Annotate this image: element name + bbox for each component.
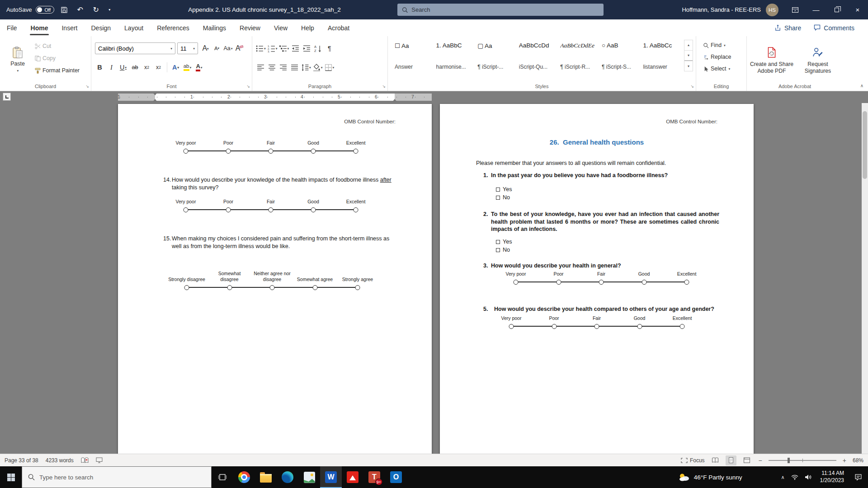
minimize-button[interactable]: — [806, 0, 826, 19]
paragraph-dialog-launcher-icon[interactable]: ↘ [382, 84, 386, 89]
outlook-app-button[interactable]: O [385, 466, 407, 488]
tray-expand-chevron-icon[interactable]: ∧ [781, 474, 785, 480]
style-item-harmonise[interactable]: 1. AaBbC harmonise... [433, 40, 475, 71]
save-button[interactable] [58, 3, 70, 17]
document-canvas[interactable]: OMB Control Number: Very poor Poor Fair … [0, 103, 868, 454]
text-highlight-button[interactable]: ab▾ [183, 62, 192, 73]
read-mode-button[interactable] [710, 455, 721, 465]
tab-review[interactable]: Review [233, 19, 267, 36]
teams-app-button[interactable]: T 9+ [363, 466, 385, 488]
font-size-select[interactable]: 11▾ [177, 42, 198, 54]
photos-app-button[interactable] [298, 466, 320, 488]
line-spacing-button[interactable]: ▾ [301, 62, 311, 73]
action-center-button[interactable] [849, 466, 868, 488]
restore-button[interactable] [826, 0, 847, 19]
share-button[interactable]: Share [770, 23, 806, 33]
style-item-answer[interactable]: ☐ Aa Answer [392, 40, 433, 71]
tab-stop-selector[interactable] [3, 93, 11, 101]
autosave-toggle[interactable]: Off [36, 6, 54, 14]
vertical-scrollbar[interactable] [862, 103, 868, 454]
taskbar-search-box[interactable] [22, 466, 212, 488]
font-name-select[interactable]: Calibri (Body)▾ [95, 42, 175, 54]
hanging-indent-marker[interactable] [153, 97, 157, 102]
tab-layout[interactable]: Layout [118, 19, 150, 36]
copy-button[interactable]: Copy [33, 54, 82, 63]
bullets-button[interactable]: ▾ [256, 43, 266, 54]
increase-indent-button[interactable] [302, 43, 311, 54]
undo-button[interactable]: ↶ [74, 3, 86, 17]
styles-dialog-launcher-icon[interactable]: ↘ [690, 84, 694, 89]
grow-font-button[interactable]: A▴ [201, 43, 210, 54]
align-left-button[interactable] [256, 62, 265, 73]
replace-button[interactable]: Replace [701, 52, 733, 61]
styles-scroll-down-icon[interactable]: ▾ [684, 51, 693, 61]
zoom-percentage[interactable]: 68% [853, 457, 863, 464]
zoom-in-button[interactable]: + [841, 457, 848, 464]
multilevel-list-button[interactable]: ▾ [279, 43, 289, 54]
comments-button[interactable]: Comments [809, 23, 859, 33]
clock-widget[interactable]: 11:14 AM 1/20/2023 [816, 470, 849, 484]
page-number-indicator[interactable]: Page 33 of 38 [5, 457, 38, 464]
cut-button[interactable]: Cut [33, 42, 82, 51]
word-count-indicator[interactable]: 4233 words [46, 457, 74, 464]
right-indent-marker[interactable] [392, 97, 397, 102]
sort-button[interactable]: AZ [313, 43, 323, 54]
text-effects-button[interactable]: A▾ [171, 62, 180, 73]
style-item-iscript-s[interactable]: ○ AaB ¶ iScript-S... [599, 40, 640, 71]
decrease-indent-button[interactable] [291, 43, 300, 54]
file-explorer-button[interactable] [255, 466, 277, 488]
start-button[interactable] [0, 466, 22, 488]
request-signatures-button[interactable]: Request Signatures [796, 40, 840, 81]
taskbar-search-input[interactable] [39, 474, 205, 481]
tab-mailings[interactable]: Mailings [196, 19, 233, 36]
edge-app-button[interactable] [277, 466, 298, 488]
zoom-out-button[interactable]: − [757, 457, 764, 464]
tab-help[interactable]: Help [294, 19, 321, 36]
close-button[interactable]: × [847, 0, 868, 19]
scrollbar-thumb[interactable] [863, 111, 867, 179]
search-box[interactable] [397, 4, 604, 16]
print-layout-button[interactable] [726, 455, 736, 465]
focus-mode-button[interactable]: Focus [681, 457, 705, 464]
task-view-button[interactable] [212, 466, 233, 488]
tab-file[interactable]: File [0, 19, 24, 36]
tab-view[interactable]: View [267, 19, 294, 36]
shrink-font-button[interactable]: A▾ [212, 43, 222, 54]
proofing-errors-button[interactable] [81, 457, 89, 464]
format-painter-button[interactable]: Format Painter [33, 66, 82, 75]
word-app-button[interactable]: W [320, 466, 342, 488]
redo-button[interactable]: ↻ [90, 3, 102, 17]
avatar[interactable]: HS [766, 4, 778, 16]
style-item-iscript-qu[interactable]: AaBbCcDd iScript-Qu... [516, 40, 557, 71]
clipboard-dialog-launcher-icon[interactable]: ↘ [85, 84, 89, 89]
tab-home[interactable]: Home [24, 19, 55, 36]
find-button[interactable]: Find▾ [701, 41, 733, 50]
volume-icon[interactable] [805, 474, 812, 480]
customize-quick-access-chevron-icon[interactable]: ▾ [106, 3, 113, 17]
tab-design[interactable]: Design [84, 19, 118, 36]
style-item-listanswer[interactable]: 1. AaBbCc listanswer [640, 40, 681, 71]
web-layout-button[interactable] [741, 455, 752, 465]
zoom-slider[interactable] [769, 460, 836, 461]
align-center-button[interactable] [267, 62, 277, 73]
network-icon[interactable] [791, 474, 798, 480]
borders-button[interactable]: ▾ [325, 62, 335, 73]
subscript-button[interactable]: x2 [142, 62, 151, 73]
shading-button[interactable]: ▾ [313, 62, 323, 73]
display-settings-button[interactable] [96, 457, 103, 463]
zoom-slider-thumb[interactable] [788, 458, 790, 463]
superscript-button[interactable]: x2 [154, 62, 163, 73]
strikethrough-button[interactable]: ab [130, 62, 140, 73]
chrome-app-button[interactable] [233, 466, 255, 488]
change-case-button[interactable]: Aa▾ [223, 43, 233, 54]
font-dialog-launcher-icon[interactable]: ↘ [246, 84, 250, 89]
ribbon-display-options-button[interactable] [785, 0, 806, 19]
font-color-button[interactable]: A▾ [194, 62, 204, 73]
justify-button[interactable] [290, 62, 299, 73]
search-input[interactable] [411, 6, 599, 13]
align-right-button[interactable] [278, 62, 288, 73]
tab-acrobat[interactable]: Acrobat [321, 19, 356, 36]
tab-references[interactable]: References [150, 19, 196, 36]
clear-formatting-button[interactable]: A [235, 43, 244, 54]
collapse-ribbon-chevron-icon[interactable]: ∧ [860, 83, 863, 88]
